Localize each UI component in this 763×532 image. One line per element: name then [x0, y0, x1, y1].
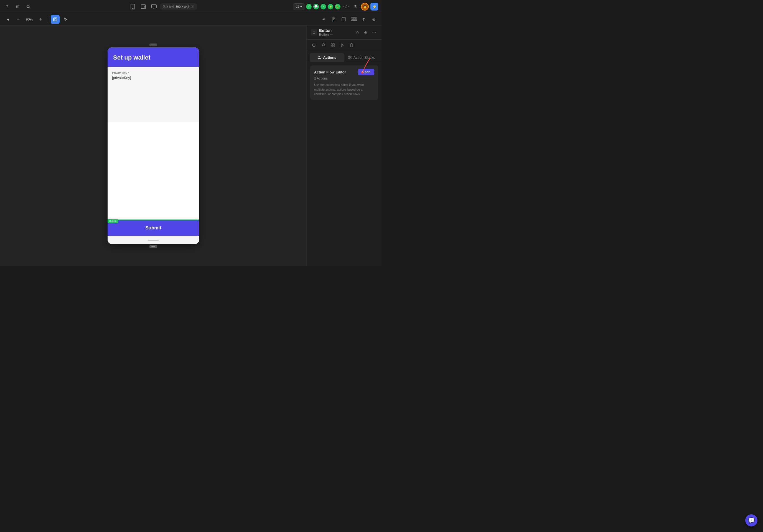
phone-icon[interactable]: 📱 — [329, 15, 338, 24]
text-size-icon[interactable]: T — [359, 15, 368, 24]
check-circle-2[interactable]: 💬 — [313, 4, 319, 9]
svg-rect-9 — [54, 18, 57, 21]
submit-button[interactable]: Submit — [108, 220, 199, 236]
share-btn[interactable] — [352, 3, 359, 11]
info-icon: ⓘ — [191, 4, 194, 9]
panel-tab-play[interactable] — [338, 41, 346, 49]
svg-rect-13 — [152, 246, 155, 247]
open-button[interactable]: Open — [358, 69, 374, 75]
svg-rect-26 — [350, 58, 351, 59]
svg-line-1 — [29, 7, 30, 8]
chevron-down-icon: ▾ — [300, 5, 302, 9]
panel-tab-clipboard[interactable] — [347, 41, 356, 49]
version-label: v1 — [295, 5, 299, 9]
panel-tab-grid[interactable] — [329, 41, 337, 49]
diamond-icon[interactable]: ◇ — [354, 29, 361, 36]
zoom-out-btn[interactable]: − — [14, 15, 23, 24]
lightning-btn[interactable]: ⚡ — [371, 3, 378, 11]
card-title: Action Flow Editor — [314, 70, 346, 74]
svg-rect-23 — [349, 56, 350, 57]
grid-button[interactable]: ⊞ — [14, 3, 22, 11]
select-tool-btn[interactable] — [61, 15, 70, 24]
svg-rect-24 — [350, 56, 351, 57]
svg-rect-17 — [331, 44, 332, 45]
panel-title-row: □ Button Button ✏ — [311, 28, 333, 37]
top-frame-handle[interactable] — [150, 44, 157, 46]
svg-rect-20 — [333, 45, 334, 47]
keyboard-icon[interactable]: ⌨ — [349, 15, 358, 24]
panel-more-icon[interactable]: ⋯ — [371, 29, 378, 36]
svg-rect-22 — [351, 44, 353, 47]
button-tag: Button — [108, 219, 118, 223]
zoom-in-btn[interactable]: + — [36, 15, 45, 24]
device-tablet-btn[interactable] — [139, 3, 148, 11]
panel-tab-layout[interactable] — [319, 41, 327, 49]
check-circle-3[interactable]: ✓ — [320, 4, 326, 9]
panel-icon: □ — [311, 29, 317, 36]
collapse-sidebar-btn[interactable]: ◂ — [3, 15, 12, 24]
phone-submit-area: Button Submit — [108, 219, 199, 244]
actions-tabs: Actions Action Blocks — [307, 51, 382, 62]
version-btn[interactable]: v1 ▾ — [293, 3, 304, 10]
svg-rect-19 — [331, 45, 332, 47]
frame-tool-btn[interactable] — [51, 15, 59, 24]
home-bar-line — [148, 240, 159, 241]
field-value: [privateKey] — [112, 76, 195, 80]
phone-content-area: Private key * [privateKey] — [108, 67, 199, 122]
device-mobile-btn[interactable] — [129, 3, 137, 11]
size-value: 390 × 844 — [175, 5, 189, 8]
top-bar-left: ? ⊞ — [3, 3, 32, 11]
tab-action-blocks[interactable]: Action Blocks — [344, 53, 379, 62]
tab-actions[interactable]: Actions — [310, 53, 344, 62]
svg-rect-12 — [152, 44, 155, 45]
phone-frame: Set up wallet Private key * [privateKey]… — [108, 47, 199, 244]
check-circle-4[interactable]: ⚡ — [328, 4, 333, 9]
check-circle-1[interactable]: ✓ — [306, 4, 312, 9]
button-wrapper: Button Submit — [108, 220, 199, 236]
phone-container: Set up wallet Private key * [privateKey]… — [108, 47, 199, 244]
actions-count: 2 Actions — [314, 76, 374, 80]
svg-rect-18 — [333, 44, 334, 45]
panel-subtitle: Button ✏ — [319, 33, 333, 37]
component-icon[interactable]: ⊛ — [369, 15, 378, 24]
phone-header: Set up wallet — [108, 47, 199, 67]
main-content: Set up wallet Private key * [privateKey]… — [0, 26, 382, 266]
canvas-area[interactable]: Set up wallet Private key * [privateKey]… — [0, 26, 307, 266]
field-label: Private key * — [112, 71, 195, 74]
top-bar-right: v1 ▾ ✓ 💬 ✓ ⚡ 🐛 </> 🧑 ⚡ — [293, 3, 378, 11]
second-bar: ◂ − 90% + ☀ 📱 ⌨ T ⊛ — [0, 13, 382, 26]
card-header-row: Action Flow Editor Open — [314, 69, 374, 75]
device-desktop-btn[interactable] — [150, 3, 158, 11]
panel-icons-right: ◇ ⊕ ⋯ — [354, 29, 378, 36]
svg-rect-11 — [342, 18, 346, 21]
phone-home-bar — [108, 236, 199, 244]
search-button[interactable] — [24, 3, 32, 11]
check-circle-5[interactable]: 🐛 — [335, 4, 341, 9]
user-avatar[interactable]: 🧑 — [361, 3, 369, 11]
edit-icon[interactable]: ✏ — [330, 33, 333, 37]
tablet-icon-2[interactable] — [339, 15, 348, 24]
bottom-frame-handle[interactable] — [150, 245, 157, 248]
size-label: Size (px) — [163, 5, 174, 8]
zoom-controls: − 90% + — [14, 15, 45, 24]
panel-tabs-row — [307, 40, 382, 51]
help-button[interactable]: ? — [3, 3, 11, 11]
code-btn[interactable]: </> — [342, 3, 350, 11]
top-bar: ? ⊞ Size (px) 390 × 844 ⓘ v1 ▾ ✓ — [0, 0, 382, 13]
panel-header: □ Button Button ✏ ◇ ⊕ ⋯ — [307, 26, 382, 40]
svg-rect-6 — [152, 5, 157, 8]
right-panel: □ Button Button ✏ ◇ ⊕ ⋯ — [307, 26, 382, 266]
top-bar-center: Size (px) 390 × 844 ⓘ — [34, 3, 291, 11]
size-display: Size (px) 390 × 844 ⓘ — [160, 3, 197, 10]
panel-title: Button — [319, 28, 333, 33]
svg-rect-10 — [54, 19, 56, 20]
svg-rect-25 — [349, 58, 350, 59]
second-bar-right: ☀ 📱 ⌨ T ⊛ — [319, 15, 378, 24]
panel-title-group: Button Button ✏ — [319, 28, 333, 37]
action-flow-card: Action Flow Editor Open 2 Actions Use th… — [310, 65, 378, 100]
sun-icon[interactable]: ☀ — [319, 15, 328, 24]
svg-marker-21 — [341, 44, 344, 46]
panel-tab-properties[interactable] — [310, 41, 318, 49]
add-component-icon[interactable]: ⊕ — [362, 29, 369, 36]
zoom-value: 90% — [24, 17, 34, 21]
